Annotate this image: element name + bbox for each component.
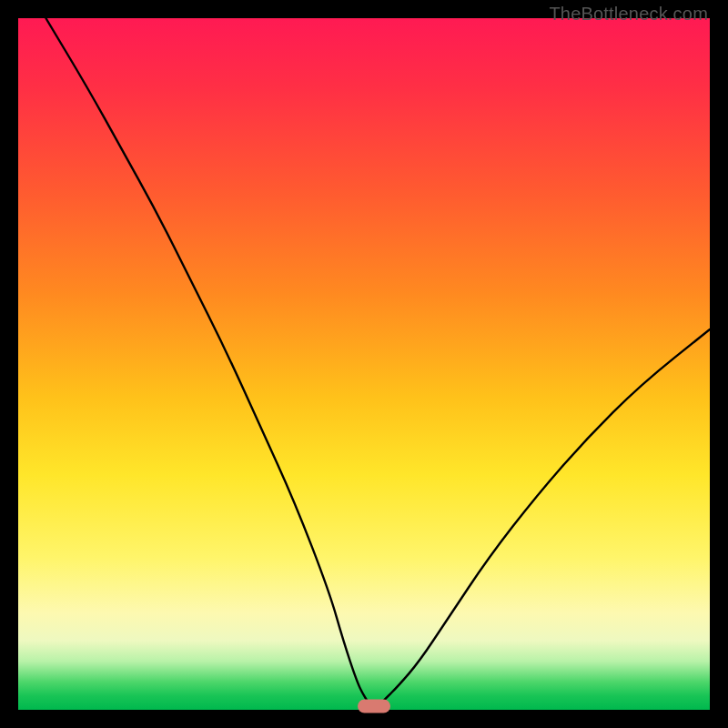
chart-frame: TheBottleneck.com: [0, 0, 728, 728]
curve-svg: [18, 18, 710, 710]
attribution-label: TheBottleneck.com: [549, 4, 708, 25]
plot-area: [18, 18, 710, 710]
optimal-marker: [358, 700, 390, 713]
bottleneck-curve-path: [46, 18, 710, 706]
